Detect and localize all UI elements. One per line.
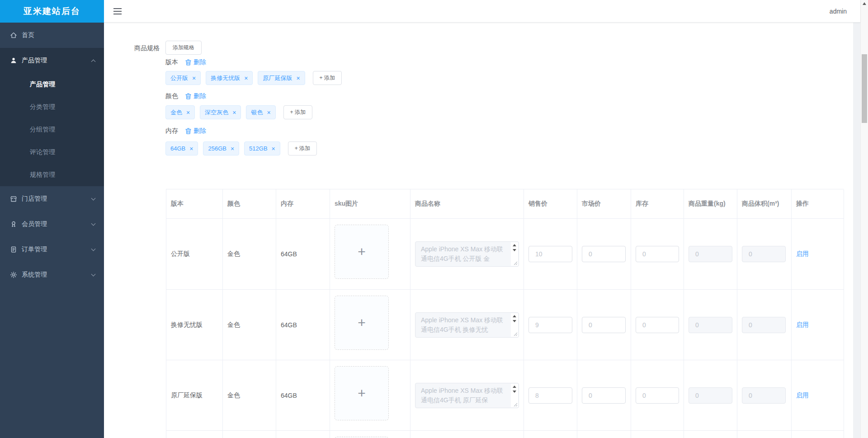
chevron-up-icon xyxy=(91,59,96,64)
cell-version: 换修无忧版 xyxy=(166,290,223,360)
sidebar-item-product-management[interactable]: 产品管理 xyxy=(0,48,104,73)
tag-close-icon[interactable]: × xyxy=(296,75,300,81)
market-price-input[interactable]: 0 xyxy=(582,317,626,333)
sidebar-subitem-comment-management[interactable]: 评论管理 xyxy=(0,141,104,164)
sidebar-item-member-management[interactable]: 会员管理 xyxy=(0,212,104,237)
tag-label: 512GB xyxy=(249,145,267,152)
enable-link[interactable]: 启用 xyxy=(796,391,809,400)
market-price-input[interactable]: 0 xyxy=(582,246,626,262)
column-header: 库存 xyxy=(631,189,684,219)
cell-product-name: Apple iPhone XS Max 移动联通电信4G手机 换修无忧 xyxy=(410,290,524,360)
sidebar-item-order-management[interactable]: 订单管理 xyxy=(0,237,104,262)
cell-sale-price: 10 xyxy=(524,219,577,290)
plus-icon: + xyxy=(358,245,366,259)
delete-spec-button[interactable]: 删除 xyxy=(185,127,206,135)
sidebar: 亚米建站后台 首页 产品管理 产品管理 分类管理 分组管理 评论管理 规格管理 xyxy=(0,0,104,438)
tag-label: 64GB xyxy=(170,145,185,152)
spec-name: 颜色 xyxy=(165,92,178,100)
cell-sku-image: + xyxy=(330,290,410,360)
sidebar-item-store-management[interactable]: 门店管理 xyxy=(0,186,104,212)
add-tag-button[interactable]: + 添加 xyxy=(283,105,312,119)
enable-link[interactable]: 启用 xyxy=(796,321,809,329)
sidebar-item-label: 订单管理 xyxy=(22,245,92,254)
app-logo: 亚米建站后台 xyxy=(0,0,104,23)
window-scrollbar[interactable] xyxy=(860,0,868,438)
product-name-text: Apple iPhone XS Max 移动联通电信4G手机 换修无忧 xyxy=(415,313,519,337)
cell-sku-image: + xyxy=(330,219,410,290)
product-name-textarea[interactable]: Apple iPhone XS Max 移动联通电信4G手机 换修无忧 xyxy=(415,312,519,338)
column-header: 商品重量(kg) xyxy=(684,189,737,219)
tag-close-icon[interactable]: × xyxy=(267,109,270,116)
column-header: 版本 xyxy=(166,189,223,219)
table-row: 换修无忧版 金色 64GB + Apple iPhone XS Max 移动联通… xyxy=(166,290,844,360)
scroll-up-icon xyxy=(513,315,516,317)
cell-memory: 64GB xyxy=(276,290,330,360)
spec-tag: 金色× xyxy=(165,105,195,119)
sale-price-input[interactable]: 9 xyxy=(528,317,572,333)
sidebar-item-system-management[interactable]: 系统管理 xyxy=(0,262,104,287)
member-icon xyxy=(10,221,17,228)
product-name-text: Apple iPhone XS Max 移动联通电信4G手机 原厂延保 xyxy=(415,383,519,408)
add-tag-button[interactable]: + 添加 xyxy=(313,71,342,85)
sku-upload-button[interactable]: + xyxy=(335,366,389,420)
sale-price-input[interactable]: 10 xyxy=(528,246,572,262)
main-content: 商品规格 添加规格 版本 删除 公开版× 换修无忧版× 原厂延保版× + 添加 … xyxy=(104,23,853,438)
scrollbar-up-arrow-icon[interactable] xyxy=(863,2,866,5)
cell-version: 公开版 xyxy=(166,219,223,290)
tag-close-icon[interactable]: × xyxy=(231,146,234,152)
cell-sku-image: + xyxy=(330,431,410,438)
sidebar-subitem-spec-management[interactable]: 规格管理 xyxy=(0,164,104,186)
stock-input[interactable]: 0 xyxy=(636,317,679,333)
spec-tag: 深空灰色× xyxy=(200,105,241,119)
tag-close-icon[interactable]: × xyxy=(192,75,196,81)
sku-upload-button[interactable]: + xyxy=(335,296,389,350)
cell-memory: 64GB xyxy=(276,360,330,431)
scroll-up-icon xyxy=(513,244,516,246)
add-tag-button[interactable]: + 添加 xyxy=(288,141,317,155)
scroll-down-icon xyxy=(513,391,516,393)
cell-product-name: Apple iPhone XS Max 移动联通电信4G手机 公开版 金 xyxy=(410,219,524,290)
tag-close-icon[interactable]: × xyxy=(186,109,190,116)
product-name-text: Apple iPhone XS Max 移动联通电信4G手机 公开版 金 xyxy=(415,242,519,266)
tag-label: 深空灰色 xyxy=(205,108,228,117)
cell-market-price: 0 xyxy=(577,360,631,431)
stock-input[interactable]: 0 xyxy=(636,387,679,404)
sidebar-subitem-group-management[interactable]: 分组管理 xyxy=(0,118,104,141)
spec-row-version: 版本 删除 xyxy=(165,58,206,67)
tag-label: 公开版 xyxy=(170,74,188,82)
tag-close-icon[interactable]: × xyxy=(244,75,248,81)
sidebar-subitem-product-management[interactable]: 产品管理 xyxy=(0,73,104,96)
spec-tag: 64GB× xyxy=(165,141,198,155)
cell-memory xyxy=(276,431,330,438)
stock-input[interactable]: 0 xyxy=(636,246,679,262)
trash-icon xyxy=(185,59,191,66)
sale-price-input[interactable]: 8 xyxy=(528,387,572,404)
sidebar-item-home[interactable]: 首页 xyxy=(0,23,104,48)
add-spec-button[interactable]: 添加规格 xyxy=(165,41,202,55)
spec-tag: 256GB× xyxy=(203,141,239,155)
delete-spec-button[interactable]: 删除 xyxy=(185,58,206,66)
weight-input: 0 xyxy=(689,387,732,404)
delete-label: 删除 xyxy=(193,127,206,135)
hamburger-menu-icon[interactable] xyxy=(113,8,122,14)
cell-color: 金色 xyxy=(223,219,276,290)
cell-weight: 0 xyxy=(684,219,737,290)
scrollbar-thumb[interactable] xyxy=(862,54,867,123)
product-name-textarea[interactable]: Apple iPhone XS Max 移动联通电信4G手机 公开版 金 xyxy=(415,241,519,267)
tag-close-icon[interactable]: × xyxy=(189,146,193,152)
product-name-textarea[interactable]: Apple iPhone XS Max 移动联通电信4G手机 原厂延保 xyxy=(415,383,519,408)
spec-tag: 原厂延保版× xyxy=(258,71,305,85)
sidebar-item-label: 系统管理 xyxy=(22,271,92,279)
cell-action xyxy=(792,431,844,438)
market-price-input[interactable]: 0 xyxy=(582,387,626,404)
username[interactable]: admin xyxy=(830,0,847,23)
tag-close-icon[interactable]: × xyxy=(272,146,275,152)
cell-action: 启用 xyxy=(792,219,844,290)
sidebar-subitem-category-management[interactable]: 分类管理 xyxy=(0,96,104,118)
tag-close-icon[interactable]: × xyxy=(232,109,236,116)
delete-spec-button[interactable]: 删除 xyxy=(185,92,206,100)
enable-link[interactable]: 启用 xyxy=(796,250,809,258)
cell-sale-price: 9 xyxy=(524,290,577,360)
sku-upload-button[interactable]: + xyxy=(335,225,389,279)
cell-memory: 64GB xyxy=(276,219,330,290)
